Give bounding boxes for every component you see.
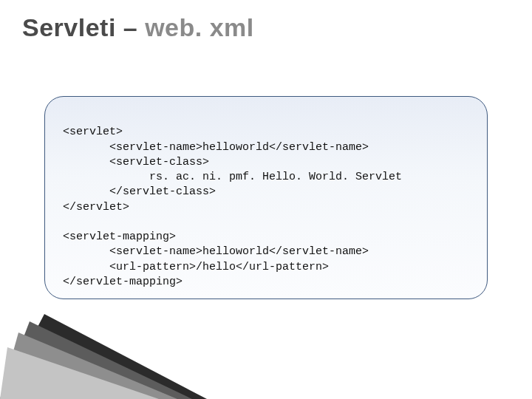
code-block: <servlet> <servlet-name>helloworld</serv… [63, 110, 469, 304]
code-line: <servlet-class> [63, 156, 209, 168]
title-main: Servleti – [22, 13, 145, 41]
svg-marker-3 [0, 347, 159, 399]
slide: Servleti – web. xml <servlet> <servlet-n… [0, 0, 532, 399]
code-line: rs. ac. ni. pmf. Hello. World. Servlet [63, 171, 402, 183]
svg-marker-0 [0, 314, 207, 399]
title-accent: web. xml [145, 13, 254, 41]
code-line: <url-pattern>/hello</url-pattern> [63, 261, 329, 273]
code-line: <servlet> [63, 126, 123, 138]
decorative-wedge-icon [0, 314, 207, 399]
code-line: </servlet> [63, 201, 129, 214]
code-line: <servlet-mapping> [63, 231, 176, 243]
svg-marker-1 [0, 321, 192, 399]
code-line: </servlet-mapping> [63, 276, 183, 288]
svg-marker-2 [0, 332, 177, 399]
code-line: </servlet-class> [63, 185, 216, 198]
code-line: <servlet-name>helloworld</servlet-name> [63, 245, 369, 258]
code-line: <servlet-name>helloworld</servlet-name> [63, 141, 369, 154]
code-box: <servlet> <servlet-name>helloworld</serv… [44, 96, 488, 299]
page-title: Servleti – web. xml [22, 13, 254, 42]
